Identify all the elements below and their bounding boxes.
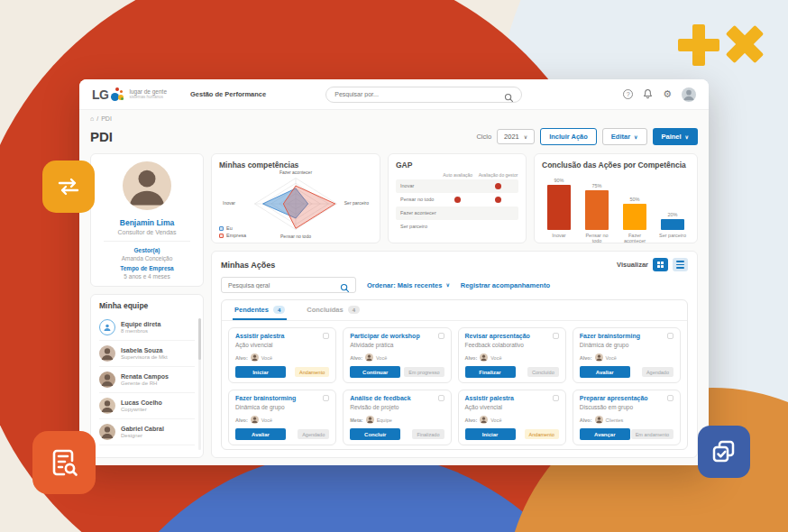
team-member-role: Supervisora de Mkt <box>121 354 168 360</box>
action-button[interactable]: Avançar <box>580 428 630 440</box>
target-avatar <box>365 353 373 362</box>
bar-value: 50% <box>629 197 639 202</box>
checkbox[interactable] <box>323 395 329 401</box>
bar-category: Ser parceiro <box>659 233 686 244</box>
action-button[interactable]: Avaliar <box>580 366 630 378</box>
group-icon <box>99 319 115 335</box>
target-name: Você <box>490 417 501 423</box>
list-view-button[interactable] <box>673 258 688 271</box>
action-button[interactable]: Iniciar <box>235 366 286 378</box>
gap-row-label: Inovar <box>396 183 437 188</box>
search-icon <box>340 280 350 297</box>
user-avatar[interactable] <box>682 87 696 102</box>
action-title[interactable]: Preparar apresentação <box>580 395 648 402</box>
action-subtitle: Discussão em grupo <box>580 404 673 410</box>
action-title[interactable]: Fazer brainstorming <box>235 395 296 402</box>
lg-logo[interactable]: LG lugar de gente sistemas humanos <box>92 87 167 102</box>
action-title[interactable]: Revisar apresentação <box>465 333 530 340</box>
team-member-role: Gerente de RH <box>121 381 169 386</box>
target-label: Alvo: <box>580 417 592 423</box>
action-button[interactable]: Iniciar <box>465 428 516 440</box>
checkbox[interactable] <box>553 333 559 339</box>
checkbox[interactable] <box>667 395 673 401</box>
chevron-down-icon: ∨ <box>445 282 449 288</box>
action-card: Fazer brainstorming Dinâmica de grupo Al… <box>228 390 336 445</box>
gap-dot <box>454 197 461 203</box>
legend-label: Eu <box>226 225 233 231</box>
team-member-role: Copywriter <box>121 407 162 412</box>
actions-search[interactable] <box>221 277 356 293</box>
global-search[interactable] <box>325 87 522 103</box>
status-badge: Andamento <box>525 429 559 439</box>
team-item[interactable]: Isabela SouzaSupervisora de Mkt <box>99 341 195 367</box>
sort-dropdown[interactable]: Ordenar: Mais recentes∨ <box>367 281 450 289</box>
legend-swatch-empresa <box>219 234 224 238</box>
team-item[interactable]: Lucas CoelhoCopywriter <box>99 393 195 419</box>
gap-row-label: Ser parceiro <box>396 224 437 229</box>
target-name: Você <box>606 355 617 361</box>
help-icon[interactable]: ? <box>623 89 633 99</box>
bell-icon[interactable] <box>643 87 653 103</box>
radar-legend: Eu Empresa <box>219 225 246 238</box>
team-card: Minha equipe Equipe direta8 membros Isab… <box>90 294 204 458</box>
target-name: Clientes <box>606 417 624 423</box>
logo-lg-text: LG <box>92 87 108 102</box>
action-title[interactable]: Fazer brainstorming <box>580 333 640 340</box>
cycle-select[interactable]: 2021 ∨ <box>497 129 535 144</box>
target-label: Alvo: <box>465 355 478 361</box>
action-title[interactable]: Assistir palestra <box>465 395 514 402</box>
manager-label: Gestor(a) <box>96 247 197 253</box>
page-content: ⌂ / PDI PDI Ciclo 2021 ∨ Incluir Ação Ed… <box>79 110 709 465</box>
team-item[interactable]: Renata CamposGerente de RH <box>99 367 195 393</box>
target-avatar <box>480 416 488 424</box>
action-subtitle: Dinâmica de grupo <box>580 342 673 348</box>
target-name: Você <box>261 355 272 361</box>
action-title[interactable]: Assistir palestra <box>235 333 284 340</box>
checkbox[interactable] <box>553 395 559 401</box>
breadcrumb-page[interactable]: PDI <box>101 115 112 122</box>
team-member-name: Equipe direta <box>121 321 160 327</box>
team-item-direct[interactable]: Equipe direta8 membros <box>99 315 195 341</box>
tab-pendentes[interactable]: Pendentes 4 <box>233 300 287 320</box>
team-member-role: 8 membros <box>121 328 160 334</box>
gear-icon[interactable]: ⚙ <box>663 89 672 99</box>
checkbox[interactable] <box>667 333 673 339</box>
cycle-label: Ciclo <box>476 133 491 141</box>
breadcrumb-slash: / <box>96 115 98 122</box>
status-badge: Agendado <box>298 429 329 439</box>
team-item[interactable]: Gabriel CabralDesigner <box>99 419 195 445</box>
checkbox[interactable] <box>438 395 444 401</box>
team-member-role: Designer <box>121 433 164 438</box>
action-button[interactable]: Finalizar <box>465 366 516 378</box>
action-button[interactable]: Concluir <box>350 428 400 440</box>
edit-button[interactable]: Editar∨ <box>602 128 647 145</box>
legend-label: Empresa <box>226 233 246 238</box>
actions-search-input[interactable] <box>222 282 330 289</box>
copy-check-icon <box>698 426 750 478</box>
tenure-value: 5 anos e 4 meses <box>96 273 197 280</box>
bar-value: 90% <box>554 178 564 183</box>
action-title[interactable]: Análise de feedback <box>350 395 410 402</box>
target-label: Alvo: <box>235 355 248 361</box>
target-label: Meta: <box>350 417 362 423</box>
action-button[interactable]: Continuar <box>350 366 400 378</box>
tab-concluidas[interactable]: Concluídas 4 <box>305 300 362 320</box>
action-card: Revisar apresentação Feedback colaborati… <box>458 327 566 383</box>
action-subtitle: Atividade prática <box>350 342 444 348</box>
home-icon[interactable]: ⌂ <box>90 115 94 122</box>
profile-name[interactable]: Benjamin Lima <box>96 218 197 227</box>
scrollbar[interactable] <box>198 318 201 450</box>
checkbox[interactable] <box>323 333 329 339</box>
team-member-name: Isabela Souza <box>121 347 168 353</box>
grid-view-button[interactable] <box>653 258 668 271</box>
action-title[interactable]: Participar de workshop <box>350 333 419 340</box>
action-button[interactable]: Avaliar <box>235 428 286 440</box>
checkbox[interactable] <box>438 333 444 339</box>
include-action-button[interactable]: Incluir Ação <box>540 128 597 145</box>
member-avatar <box>99 371 115 388</box>
register-followup-link[interactable]: Registrar acompanhamento <box>461 281 550 289</box>
status-badge: Em progresso <box>404 367 444 377</box>
target-avatar <box>480 353 488 362</box>
panel-button[interactable]: Painel∨ <box>653 128 699 145</box>
global-search-input[interactable] <box>326 91 489 97</box>
